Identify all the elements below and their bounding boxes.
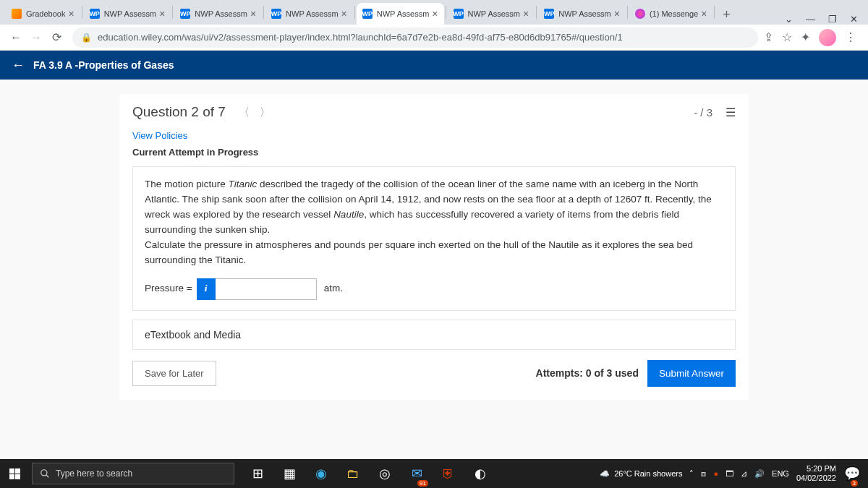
address-bar: ← → ⟳ 🔒 education.wiley.com/was/ui/v2/as… — [0, 25, 868, 51]
url-input[interactable]: 🔒 education.wiley.com/was/ui/v2/assessme… — [72, 27, 758, 48]
new-tab-button[interactable]: + — [716, 4, 736, 25]
back-button[interactable]: ← — [6, 27, 26, 48]
close-window-icon[interactable]: ✕ — [850, 14, 858, 25]
profile-avatar[interactable] — [819, 29, 836, 46]
answer-label: Pressure = — [145, 281, 192, 296]
task-view-icon[interactable]: ⊞ — [243, 459, 272, 488]
forward-button[interactable]: → — [26, 27, 46, 48]
browser-tab-strip: Gradebook × WP NWP Assessm × WP NWP Asse… — [0, 0, 868, 25]
taskbar-app-icon[interactable]: ▦ — [275, 459, 304, 488]
tab-search-icon[interactable]: ⌄ — [785, 14, 793, 25]
view-policies-link[interactable]: View Policies — [132, 130, 736, 141]
question-paragraph: Calculate the pressure in atmospheres an… — [145, 238, 723, 268]
reload-button[interactable]: ⟳ — [46, 27, 67, 48]
lock-icon: 🔒 — [81, 33, 92, 43]
share-icon[interactable]: ⇪ — [764, 30, 773, 44]
pressure-input[interactable] — [216, 278, 317, 300]
close-icon[interactable]: × — [250, 8, 256, 20]
mail-icon[interactable]: ✉91 — [402, 459, 431, 488]
browser-tab[interactable]: (1) Messenge × — [629, 3, 712, 25]
messenger-icon — [635, 9, 645, 19]
tab-title: NWP Assessm — [195, 9, 247, 18]
taskbar-app-icon[interactable]: ◎ — [370, 459, 399, 488]
save-for-later-button[interactable]: Save for Later — [132, 361, 216, 386]
extension-icon[interactable]: ✦ — [801, 30, 810, 44]
wiley-icon: WP — [180, 9, 190, 19]
assessment-title: FA 3.9 A -Properties of Gases — [33, 59, 174, 71]
tab-title: (1) Messenge — [650, 9, 698, 18]
wiley-icon: WP — [544, 9, 554, 19]
submit-answer-button[interactable]: Submit Answer — [647, 360, 736, 387]
close-icon[interactable]: × — [68, 8, 74, 20]
svg-line-1 — [46, 475, 49, 478]
wiley-icon: WP — [90, 9, 100, 19]
question-number: Question 2 of 7 — [132, 104, 226, 120]
question-content: The motion picture Titanic described the… — [132, 166, 736, 311]
weather-icon: ☁️ — [600, 469, 610, 479]
minimize-icon[interactable]: — — [806, 14, 815, 25]
clock[interactable]: 5:20 PM 04/02/2022 — [796, 464, 836, 483]
search-placeholder: Type here to search — [56, 468, 132, 479]
browser-tab[interactable]: WP NWP Assessm × — [448, 3, 535, 25]
svg-point-0 — [41, 470, 47, 476]
file-explorer-icon[interactable]: 🗀 — [339, 459, 367, 488]
tab-title: Gradebook — [26, 9, 65, 18]
camera-icon[interactable]: ⧈ — [701, 469, 706, 479]
date-text: 04/02/2022 — [796, 474, 836, 483]
weather-widget[interactable]: ☁️ 26°C Rain showers — [600, 469, 682, 479]
question-score: - / 3 — [694, 106, 712, 119]
windows-taskbar: Type here to search ⊞ ▦ ◉ 🗀 ◎ ✉91 ⛨ ◐ ☁️… — [0, 459, 868, 488]
prev-question-button[interactable]: 〈 — [239, 106, 250, 119]
question-list-icon[interactable]: ☰ — [726, 106, 736, 119]
gradebook-icon — [12, 9, 22, 19]
close-icon[interactable]: × — [523, 8, 529, 20]
close-icon[interactable]: × — [432, 8, 438, 20]
tab-title: NWP Assessm — [286, 9, 339, 18]
notifications-icon[interactable]: 💬3 — [843, 459, 861, 488]
language-indicator[interactable]: ENG — [772, 469, 789, 478]
close-icon[interactable]: × — [701, 8, 707, 20]
info-button[interactable]: i — [197, 278, 216, 300]
answer-row: Pressure = i atm. — [145, 278, 723, 300]
chrome-icon[interactable]: ◐ — [466, 459, 495, 488]
close-icon[interactable]: × — [341, 8, 347, 20]
content-area: Question 2 of 7 〈 〉 - / 3 ☰ View Policie… — [0, 80, 868, 459]
assessment-back-button[interactable]: ← — [12, 58, 25, 73]
close-icon[interactable]: × — [614, 8, 620, 20]
browser-tab[interactable]: WP NWP Assessm × — [538, 3, 626, 25]
windows-logo-icon — [9, 468, 20, 479]
wifi-icon[interactable]: ⊿ — [741, 469, 747, 479]
tab-title: NWP Assessm — [468, 9, 521, 18]
question-header: Question 2 of 7 〈 〉 - / 3 ☰ — [119, 94, 749, 130]
browser-tab[interactable]: WP NWP Assessm × — [84, 3, 171, 25]
tray-chevron-icon[interactable]: ˄ — [689, 469, 694, 479]
close-icon[interactable]: × — [159, 8, 165, 20]
battery-icon[interactable]: 🗔 — [726, 469, 733, 478]
browser-tab[interactable]: WP NWP Assessm × — [265, 3, 353, 25]
wiley-icon: WP — [362, 9, 373, 19]
browser-tab-active[interactable]: WP NWP Assessm × — [357, 3, 444, 25]
attempt-status: Current Attempt in Progress — [132, 147, 736, 158]
browser-tab[interactable]: WP NWP Assessm × — [174, 3, 262, 25]
tray-security-icon[interactable]: ● — [713, 469, 718, 478]
menu-icon[interactable]: ⋮ — [845, 30, 856, 44]
wiley-icon: WP — [271, 9, 281, 19]
next-question-button[interactable]: 〉 — [260, 106, 271, 119]
edge-icon[interactable]: ◉ — [307, 459, 336, 488]
bookmark-icon[interactable]: ☆ — [782, 30, 792, 44]
taskbar-search[interactable]: Type here to search — [32, 463, 234, 484]
tab-title: NWP Assessm — [558, 9, 611, 18]
wiley-icon: WP — [454, 9, 464, 19]
action-row: Save for Later Attempts: 0 of 3 used Sub… — [132, 360, 736, 387]
volume-icon[interactable]: 🔊 — [754, 469, 765, 479]
unit-label: atm. — [324, 281, 343, 296]
search-icon — [40, 468, 50, 479]
browser-tab[interactable]: Gradebook × — [6, 3, 80, 25]
start-button[interactable] — [0, 459, 29, 488]
url-text: education.wiley.com/was/ui/v2/assessment… — [98, 32, 623, 43]
question-card: Question 2 of 7 〈 〉 - / 3 ☰ View Policie… — [119, 94, 749, 400]
etextbook-media-button[interactable]: eTextbook and Media — [132, 320, 736, 350]
mcafee-icon[interactable]: ⛨ — [434, 459, 463, 488]
restore-icon[interactable]: ❐ — [828, 14, 837, 25]
attempts-used: Attempts: 0 of 3 used — [536, 367, 639, 379]
